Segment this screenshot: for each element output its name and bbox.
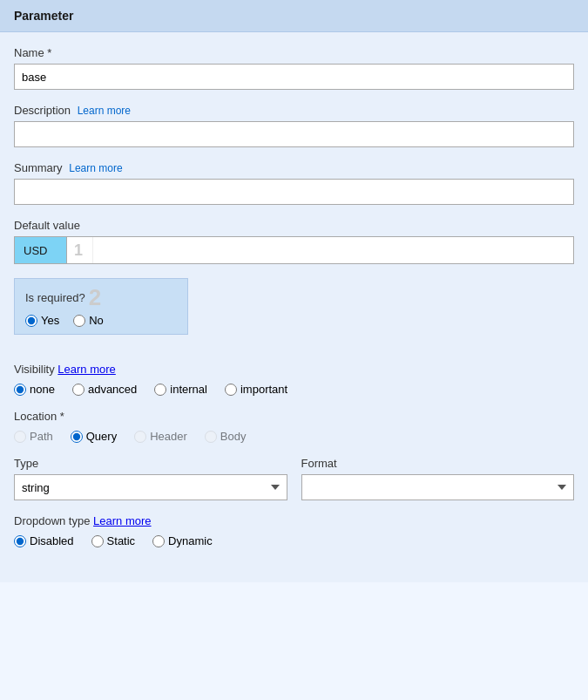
visibility-options: none advanced internal important [14, 383, 574, 396]
location-header-option[interactable]: Header [134, 430, 187, 443]
summary-input[interactable] [14, 179, 574, 205]
panel-body: Name * Description Learn more Summary Le… [0, 32, 588, 582]
location-required-indicator: * [60, 410, 64, 423]
location-body-radio [205, 431, 217, 443]
visibility-learn-more-link[interactable]: Learn more [57, 363, 115, 376]
visibility-internal-option[interactable]: internal [154, 383, 207, 396]
default-value-label: Default value [14, 219, 574, 232]
default-value-container: USD 1 [14, 236, 574, 264]
default-value-group: Default value USD 1 [14, 219, 574, 264]
visibility-advanced-label: advanced [88, 383, 137, 396]
format-select[interactable] [301, 474, 575, 500]
location-label: Location * [14, 410, 574, 423]
summary-label: Summary Learn more [14, 161, 574, 174]
location-options: Path Query Header Body [14, 430, 574, 443]
type-format-row: Type string integer boolean number Forma… [14, 457, 574, 500]
type-label: Type [14, 457, 287, 470]
default-value-number: 1 [67, 237, 93, 263]
dropdown-type-options: Disabled Static Dynamic [14, 534, 574, 547]
name-label: Name * [14, 46, 574, 59]
format-column: Format [301, 457, 575, 500]
dropdown-disabled-radio[interactable] [14, 535, 26, 547]
dropdown-disabled-label: Disabled [30, 534, 74, 547]
visibility-group: Visibility Learn more none advanced inte… [14, 363, 574, 396]
location-path-option[interactable]: Path [14, 430, 53, 443]
location-query-radio[interactable] [71, 431, 83, 443]
description-label: Description Learn more [14, 104, 574, 117]
visibility-internal-radio[interactable] [154, 384, 166, 396]
type-column: Type string integer boolean number [14, 457, 287, 500]
name-input[interactable] [14, 64, 574, 90]
visibility-important-label: important [240, 383, 287, 396]
location-query-option[interactable]: Query [71, 430, 117, 443]
location-header-radio [134, 431, 146, 443]
summary-group: Summary Learn more [14, 161, 574, 205]
format-label: Format [301, 457, 575, 470]
location-group: Location * Path Query Header Bo [14, 410, 574, 443]
radio-no-input[interactable] [73, 315, 85, 327]
visibility-none-label: none [30, 383, 55, 396]
name-required-indicator: * [47, 46, 51, 59]
dropdown-type-label: Dropdown type Learn more [14, 514, 574, 527]
is-required-section: Is required? 2 Yes No [14, 278, 188, 335]
dropdown-disabled-option[interactable]: Disabled [14, 534, 74, 547]
dropdown-dynamic-option[interactable]: Dynamic [152, 534, 213, 547]
description-learn-more-link[interactable]: Learn more [78, 105, 131, 117]
visibility-none-radio[interactable] [14, 384, 26, 396]
dropdown-static-radio[interactable] [91, 535, 104, 547]
is-required-group: Is required? 2 Yes No [14, 278, 574, 349]
location-body-option[interactable]: Body [205, 430, 247, 443]
radio-yes-option[interactable]: Yes [25, 314, 59, 327]
panel-header: Parameter [0, 0, 588, 32]
panel-title: Parameter [14, 9, 74, 23]
radio-yes-label: Yes [41, 314, 59, 327]
description-input[interactable] [14, 121, 574, 147]
radio-yes-input[interactable] [25, 315, 37, 327]
radio-no-option[interactable]: No [73, 314, 104, 327]
is-required-radio-group: Yes No [25, 314, 177, 327]
type-select[interactable]: string integer boolean number [14, 474, 287, 500]
location-path-radio [14, 431, 26, 443]
visibility-none-option[interactable]: none [14, 383, 55, 396]
default-value-input[interactable] [93, 237, 573, 263]
default-value-prefix: USD [15, 237, 67, 263]
is-required-label: Is required? 2 [25, 286, 177, 309]
visibility-label: Visibility Learn more [14, 363, 574, 376]
dropdown-static-option[interactable]: Static [91, 534, 136, 547]
visibility-internal-label: internal [170, 383, 207, 396]
dropdown-type-group: Dropdown type Learn more Disabled Static… [14, 514, 574, 547]
location-body-label: Body [220, 430, 247, 443]
dropdown-dynamic-label: Dynamic [168, 534, 213, 547]
required-step-number: 2 [89, 286, 101, 309]
visibility-important-radio[interactable] [225, 384, 237, 396]
visibility-advanced-option[interactable]: advanced [72, 383, 137, 396]
location-path-label: Path [30, 430, 53, 443]
panel: Parameter Name * Description Learn more … [0, 0, 588, 582]
dropdown-type-learn-more-link[interactable]: Learn more [93, 514, 151, 527]
radio-no-label: No [89, 314, 104, 327]
visibility-important-option[interactable]: important [225, 383, 287, 396]
summary-learn-more-link[interactable]: Learn more [69, 162, 122, 174]
dropdown-static-label: Static [107, 534, 136, 547]
description-group: Description Learn more [14, 104, 574, 147]
visibility-advanced-radio[interactable] [72, 384, 84, 396]
name-group: Name * [14, 46, 574, 90]
location-header-label: Header [150, 430, 187, 443]
location-query-label: Query [86, 430, 117, 443]
dropdown-dynamic-radio[interactable] [152, 535, 165, 547]
